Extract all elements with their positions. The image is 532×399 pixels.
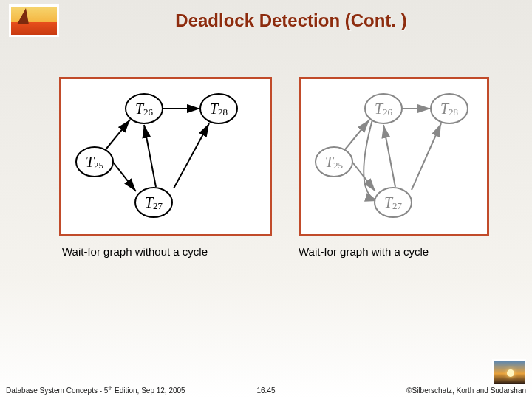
footer-date: Edition, Sep 12, 2005 [112, 386, 185, 395]
footer-copyright: ©Silberschatz, Korth and Sudarshan [276, 386, 526, 395]
diagram-right: T26 T28 T25 T27 [299, 77, 489, 236]
caption-row: Wait-for graph without a cycle Wait-for … [59, 245, 502, 258]
footer-left: Database System Concepts - 5th Edition, … [6, 386, 256, 395]
sailboat-logo [9, 4, 59, 37]
header: Deadlock Detection (Cont. ) [0, 0, 532, 41]
footer-page: 16.45 [256, 386, 275, 395]
diagram-row: T26 T28 T25 T27 T26 [59, 77, 502, 236]
svg-line-3 [144, 125, 156, 187]
caption-right: Wait-for graph with a cycle [299, 245, 489, 258]
svg-line-4 [174, 123, 209, 188]
waitfor-graph-left: T26 T28 T25 T27 [61, 79, 270, 234]
svg-line-2 [112, 160, 136, 191]
footer-book: Database System Concepts - 5 [6, 386, 108, 395]
diagram-left: T26 T28 T25 T27 [59, 77, 272, 236]
footer: Database System Concepts - 5th Edition, … [0, 386, 532, 395]
svg-line-17 [412, 123, 441, 190]
waitfor-graph-right: T26 T28 T25 T27 [301, 79, 487, 234]
caption-left: Wait-for graph without a cycle [59, 245, 272, 258]
svg-line-0 [103, 120, 130, 152]
sail-shape [17, 8, 29, 24]
sunset-thumbnail [492, 359, 526, 386]
slide-title: Deadlock Detection (Cont. ) [59, 10, 523, 31]
sun-icon [507, 369, 514, 377]
svg-line-16 [383, 125, 395, 187]
